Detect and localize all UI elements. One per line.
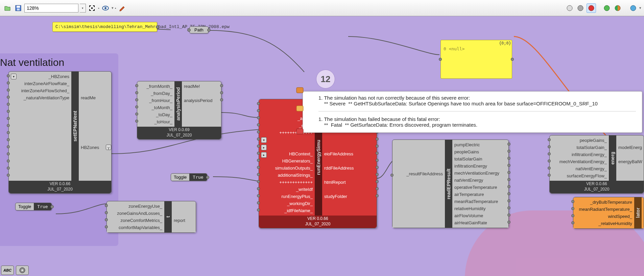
error-2-body: ** Fatal ** GetSurfaceData: Errors disco…: [318, 122, 636, 128]
svg-rect-1: [17, 6, 20, 8]
zoom-dropdown[interactable]: ▾: [80, 4, 86, 12]
svg-rect-22: [296, 129, 303, 134]
canvas[interactable]: Nat ventilation C:\simsim\thesis\modelli…: [0, 16, 644, 276]
shade-red-button[interactable]: [587, 3, 596, 13]
compass-icon: [19, 267, 26, 274]
component-name-label: setEPNatVent: [71, 72, 79, 181]
group-count-badge: 12: [316, 70, 335, 89]
sphere-green-icon: [603, 4, 611, 12]
component-climate[interactable]: _dryBulbTemperature meanRadiantTemperatu…: [573, 197, 644, 229]
save-icon: [15, 4, 22, 12]
open-file-button[interactable]: [3, 3, 12, 13]
component-setEPNatVent[interactable]: ▾ _HBZones interZoneAirFlowRate_ interZo…: [8, 71, 112, 194]
svg-point-15: [578, 5, 583, 11]
component-readEPResult[interactable]: _resultFileAddress readEPResult pumpElec…: [392, 140, 509, 228]
focus-icon: [88, 4, 96, 12]
svg-rect-20: [296, 87, 303, 93]
error-1-head: 1. The simulation has not run correctly …: [318, 95, 636, 101]
sphere-wire-icon: [566, 4, 573, 12]
canvas-corner-toolbar: ABC: [1, 266, 29, 275]
sphere-split-icon: [614, 4, 621, 12]
component-analysisPeriod[interactable]: _fromMonth_ _fromDay_ _fromHour_ _toMont…: [137, 81, 221, 140]
svg-point-13: [104, 7, 106, 9]
cluster-title: Nat ventilation: [0, 57, 64, 68]
boolean-toggle-2[interactable]: Toggle True: [15, 203, 52, 210]
zoom-extents-button[interactable]: [87, 3, 97, 13]
save-file-button[interactable]: [14, 3, 23, 13]
path-label: Path: [194, 27, 204, 32]
component-report[interactable]: zoneEnergyUse_ zoneGainsAndLosses_ zoneC…: [106, 201, 196, 233]
svg-point-24: [21, 269, 23, 271]
svg-point-16: [589, 5, 594, 11]
sticky-filepath[interactable]: C:\simsim\thesis\modelling\Tehran_Mehrab…: [52, 22, 157, 32]
component-name-label: readEPResult: [445, 140, 452, 228]
sphere-gray-icon: [577, 4, 584, 12]
path-param[interactable]: Path: [189, 26, 209, 33]
component-name-label: lator: [634, 197, 642, 228]
sphere-red-icon: [588, 4, 595, 12]
svg-rect-2: [17, 8, 20, 10]
preview-green-button[interactable]: [602, 3, 612, 13]
gumball-button[interactable]: [628, 3, 638, 13]
error-1-body: ** Severe ** GetHTSubSurfaceData: Surfac…: [318, 101, 636, 106]
svg-point-14: [567, 5, 572, 11]
warning-tag-icon: [295, 105, 304, 112]
data-panel[interactable]: {0;0} 0 <null>: [440, 40, 512, 79]
folder-open-icon: [4, 4, 11, 12]
svg-rect-11: [91, 7, 93, 9]
component-name-label: analysisPeriod: [174, 81, 182, 127]
fatal-tag-icon: [295, 128, 304, 135]
eye-icon: [102, 4, 109, 12]
toolbar: ▾ • ▾ • ▾: [0, 0, 644, 16]
preview-split-button[interactable]: [613, 3, 622, 13]
svg-point-17: [604, 5, 610, 11]
preview-button[interactable]: [101, 3, 110, 13]
sphere-blue-icon: [629, 4, 637, 12]
pencil-icon: [119, 4, 126, 12]
component-name-label: energ: [609, 135, 616, 181]
svg-rect-8: [89, 9, 90, 11]
svg-rect-21: [296, 106, 303, 111]
svg-point-19: [630, 5, 636, 11]
scribble-widget[interactable]: ABC: [1, 266, 14, 275]
shade-wire-button[interactable]: [565, 3, 574, 13]
graft-tag[interactable]: Y: [106, 145, 111, 150]
zoom-input[interactable]: [24, 4, 78, 12]
panel-corner: {0;0}: [499, 41, 511, 46]
svg-rect-10: [94, 9, 95, 11]
error-balloon: 1. The simulation has not run correctly …: [303, 91, 642, 133]
boolean-toggle-1[interactable]: Toggle True: [171, 173, 207, 181]
component-name-label: t: [164, 201, 172, 232]
svg-rect-6: [94, 5, 95, 7]
error-2-head: 1. The simulation has failed because of …: [318, 116, 636, 122]
error-tag-icon: [295, 87, 304, 94]
sketch-button[interactable]: [118, 3, 127, 13]
shade-gray-button[interactable]: [576, 3, 585, 13]
component-energyBalance[interactable]: peopleGains_ totalSolarGain_ infiltratio…: [549, 135, 644, 194]
svg-rect-4: [89, 5, 90, 7]
compass-widget[interactable]: [16, 266, 29, 275]
